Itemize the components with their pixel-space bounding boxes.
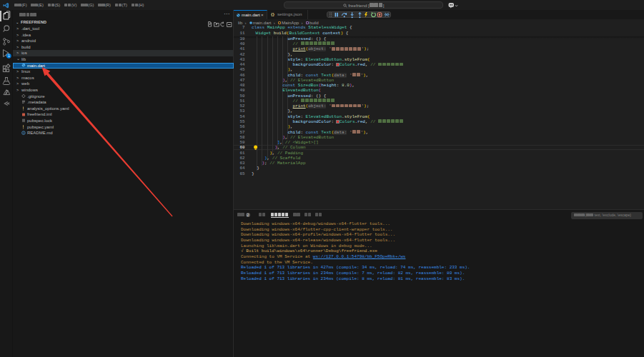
svg-text:1: 1 bbox=[8, 54, 10, 58]
